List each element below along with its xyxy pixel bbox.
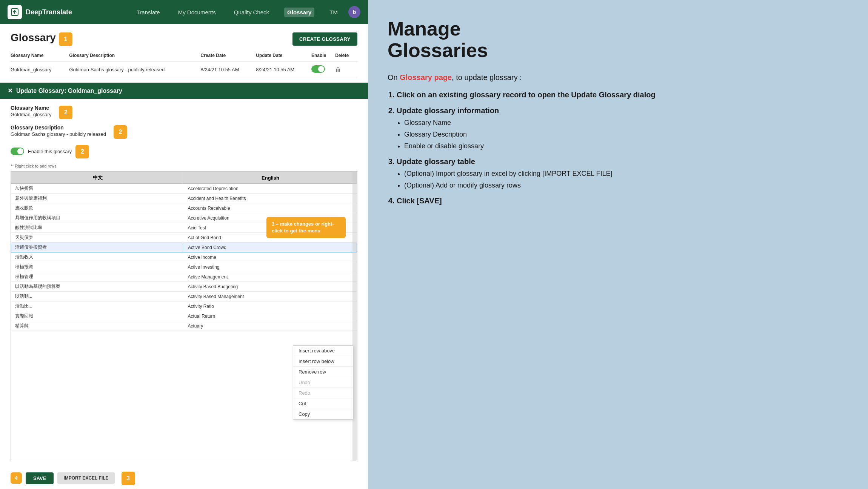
cell-chinese: 應收賬款 xyxy=(11,203,184,213)
step-2-bullet-1: Glossary Name xyxy=(404,118,848,128)
cell-english: Active Income xyxy=(184,252,357,262)
col-update-date: Update Date xyxy=(256,51,311,62)
dialog-table-row[interactable]: 加快折舊Accelerated Depreciation xyxy=(11,184,357,194)
step-1-text: Click on an existing glossary record to … xyxy=(397,91,656,99)
logo-text: DeepTranslate xyxy=(26,8,72,16)
cell-chinese: 精算師 xyxy=(11,321,184,331)
row-enable[interactable] xyxy=(311,62,335,78)
enable-toggle[interactable] xyxy=(311,65,325,73)
row-delete[interactable]: 🗑 xyxy=(335,62,357,78)
row-update-date: 8/24/21 10:55 AM xyxy=(256,62,311,78)
cell-english: Active Investing xyxy=(184,262,357,272)
dialog-table-row[interactable]: 精算師Actuary xyxy=(11,321,357,331)
enable-row: Enable this glossary 2 xyxy=(11,144,357,158)
glossary-desc-section: Glossary Description Goldman Sachs gloss… xyxy=(11,125,357,139)
dialog-table-row[interactable]: 意外與健康福利Accident and Health Benefits xyxy=(11,194,357,203)
glossary-name-value: Goldman_glossary xyxy=(11,112,51,117)
step-4: Click [SAVE] xyxy=(397,195,848,206)
dialog-footer: 4 SAVE IMPORT EXCEL FILE 3 xyxy=(0,467,368,489)
col-create-date: Create Date xyxy=(201,51,256,62)
step-1: Click on an existing glossary record to … xyxy=(397,89,848,100)
nav-translate[interactable]: Translate xyxy=(134,8,163,17)
update-dialog-header: ✕ Update Glossary: Goldman_glossary xyxy=(0,83,368,99)
dialog-table-row[interactable]: 以活動為基礎的預算案Activity Based Budgeting xyxy=(11,282,357,292)
enable-label: Enable this glossary xyxy=(28,149,72,154)
close-icon[interactable]: ✕ xyxy=(8,87,12,94)
context-menu-item[interactable]: Insert row above xyxy=(293,346,353,356)
dialog-title: Update Glossary: Goldman_glossary xyxy=(16,88,122,94)
col-enable: Enable xyxy=(311,51,335,62)
glossary-header: Glossary 1 CREATE GLOSSARY xyxy=(11,32,357,46)
cell-chinese: 活動收入 xyxy=(11,252,184,262)
badge-3: 3 xyxy=(122,472,135,485)
callout-text: 3 – make changes or right-click to get t… xyxy=(272,221,334,234)
cell-english: Accident and Health Benefits xyxy=(184,194,357,203)
cell-english: Active Bond Crowd xyxy=(184,243,357,252)
step-3: Update glossary table (Optional) Import … xyxy=(397,156,848,191)
step-2: Update glossary information Glossary Nam… xyxy=(397,105,848,151)
import-excel-button[interactable]: IMPORT EXCEL FILE xyxy=(57,472,114,484)
right-click-note: ** Right click to add rows xyxy=(11,164,357,168)
context-menu-item[interactable]: Cut xyxy=(293,398,353,409)
left-panel: DeepTranslate Translate My Documents Qua… xyxy=(0,0,368,489)
nav-tm[interactable]: TM xyxy=(326,8,341,17)
cell-chinese: 意外與健康福利 xyxy=(11,194,184,203)
nav-quality-check[interactable]: Quality Check xyxy=(231,8,272,17)
glossary-name-label: Glossary Name xyxy=(11,105,51,111)
navbar-links: Translate My Documents Quality Check Glo… xyxy=(134,8,341,17)
dialog-table-row[interactable]: 實際回報Actual Return xyxy=(11,311,357,321)
navbar: DeepTranslate Translate My Documents Qua… xyxy=(0,0,368,24)
nav-glossary[interactable]: Glossary xyxy=(284,8,314,17)
glossary-desc-value: Goldman Sachs glossary - publicly releas… xyxy=(11,131,106,137)
cell-chinese: 具增值作用的收購項目 xyxy=(11,213,184,223)
save-button[interactable]: SAVE xyxy=(26,472,54,484)
cell-chinese: 積極管理 xyxy=(11,272,184,282)
col-glossary-name: Glossary Name xyxy=(11,51,69,62)
row-description: Goldman Sachs glossary - publicly releas… xyxy=(69,62,200,78)
cell-english: Active Management xyxy=(184,272,357,282)
dialog-table-row[interactable]: 積極投資Active Investing xyxy=(11,262,357,272)
logo: DeepTranslate xyxy=(8,5,72,19)
annotation-badge-3: 3 xyxy=(122,471,135,485)
table-row[interactable]: Goldman_glossary Goldman Sachs glossary … xyxy=(11,62,357,78)
dialog-table-row[interactable]: 活躍債券投資者Active Bond Crowd xyxy=(11,243,357,252)
cell-chinese: 天災債券 xyxy=(11,233,184,243)
cell-english: Activity Based Management xyxy=(184,292,357,301)
dialog-table-row[interactable]: 活動收入Active Income xyxy=(11,252,357,262)
cell-english: Accounts Receivable xyxy=(184,203,357,213)
context-menu-item[interactable]: Copy xyxy=(293,409,353,419)
cell-chinese: 加快折舊 xyxy=(11,184,184,194)
col-glossary-desc: Glossary Description xyxy=(69,51,200,62)
dialog-table-row[interactable]: 積極管理Active Management xyxy=(11,272,357,282)
enable-toggle-dialog[interactable] xyxy=(11,148,24,155)
step-2-bullet-2: Glossary Description xyxy=(404,129,848,140)
highlight-glossary-page: Glossary page xyxy=(400,73,452,82)
annotation-badge-2b: 2 xyxy=(114,125,127,139)
step-3-bullet-1: (Optional) Import glossary in excel by c… xyxy=(404,169,848,179)
context-menu-item[interactable]: Remove row xyxy=(293,367,353,377)
row-create-date: 8/24/21 10:55 AM xyxy=(201,62,256,78)
dialog-body: Glossary Name Goldman_glossary 2 Glossar… xyxy=(0,99,368,467)
create-glossary-button[interactable]: CREATE GLOSSARY xyxy=(292,32,357,46)
delete-icon[interactable]: 🗑 xyxy=(335,66,341,73)
nav-my-documents[interactable]: My Documents xyxy=(175,8,219,17)
step-2-text: Update glossary information xyxy=(397,106,499,115)
callout-3: 3 – make changes or right-click to get t… xyxy=(266,217,346,238)
context-menu-item[interactable]: Insert row below xyxy=(293,356,353,367)
avatar[interactable]: b xyxy=(348,6,360,18)
dialog-table-row[interactable]: 活動比...Activity Ratio xyxy=(11,301,357,311)
dialog-table-row[interactable]: 應收賬款Accounts Receivable xyxy=(11,203,357,213)
glossary-name-section: Glossary Name Goldman_glossary 2 xyxy=(11,105,357,119)
glossary-name-row: Glossary Name Goldman_glossary 2 xyxy=(11,105,357,119)
glossary-desc-label: Glossary Description xyxy=(11,125,106,131)
glossary-page-title: Glossary xyxy=(11,32,56,44)
cell-chinese: 以活動... xyxy=(11,292,184,301)
right-panel: ManageGlossaries On Glossary page, to up… xyxy=(368,0,868,489)
cell-english: Accelerated Depreciation xyxy=(184,184,357,194)
steps-list: Click on an existing glossary record to … xyxy=(397,89,848,206)
cell-chinese: 活動比... xyxy=(11,301,184,311)
step-4-text: Click [SAVE] xyxy=(397,197,442,205)
glossary-title-area: Glossary 1 xyxy=(11,32,72,46)
cell-english: Activity Based Budgeting xyxy=(184,282,357,292)
dialog-table-row[interactable]: 以活動...Activity Based Management xyxy=(11,292,357,301)
